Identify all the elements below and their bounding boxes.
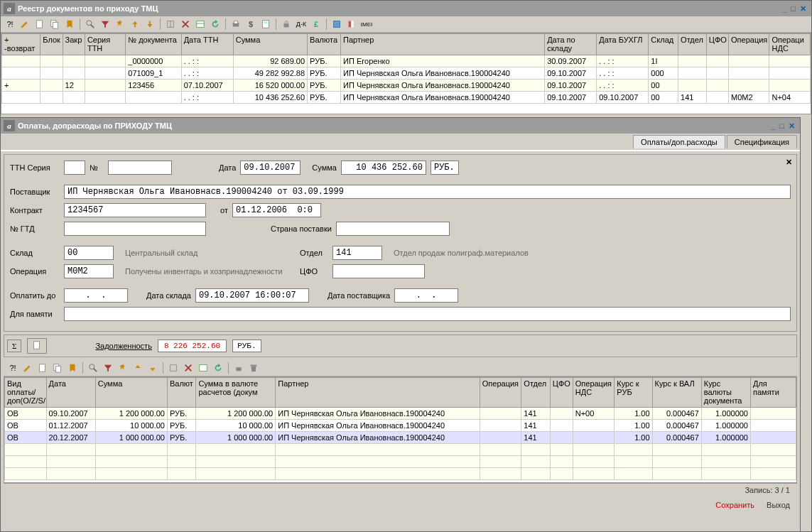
save-button[interactable]: Сохранить xyxy=(715,501,754,509)
doc-button[interactable] xyxy=(27,338,47,354)
flag-icon[interactable] xyxy=(345,18,358,31)
sort-asc-icon[interactable] xyxy=(129,18,141,31)
col-cfo[interactable]: ЦФО xyxy=(706,34,728,55)
col-op[interactable]: Операция xyxy=(729,34,769,55)
filter-icon[interactable] xyxy=(102,362,114,374)
minimize-icon[interactable]: _ xyxy=(780,4,789,13)
imei-icon[interactable]: IMEI xyxy=(360,18,373,31)
table-row[interactable]: ОВ09.10.20071 200 000.00РУБ.1 200 000.00… xyxy=(5,408,796,420)
copy-icon[interactable] xyxy=(48,18,61,31)
refresh-icon[interactable] xyxy=(212,362,224,374)
help-icon[interactable]: ?! xyxy=(6,362,19,374)
col-num[interactable]: № документа xyxy=(126,34,181,55)
table-icon[interactable] xyxy=(194,18,207,31)
pcol-cfo[interactable]: ЦФО xyxy=(550,378,573,408)
col-val[interactable]: Валюта xyxy=(308,34,341,55)
filter-icon[interactable] xyxy=(99,18,112,31)
main-grid[interactable]: + -возврат Блок Закр Серия ТТН № докумен… xyxy=(1,33,811,114)
sort-desc-icon[interactable] xyxy=(146,362,159,374)
minimize-icon[interactable]: _ xyxy=(769,121,777,130)
edit-icon[interactable] xyxy=(18,18,31,31)
pcol-op[interactable]: Операция xyxy=(480,378,521,408)
pcol-memo[interactable]: Для памяти xyxy=(751,378,796,408)
cfo-input[interactable] xyxy=(332,264,425,278)
trash-icon[interactable] xyxy=(247,362,260,374)
col-dsklad[interactable]: Дата по складу xyxy=(545,34,597,55)
lock-icon[interactable] xyxy=(280,18,293,31)
table-icon[interactable] xyxy=(197,362,210,374)
del-col-icon[interactable] xyxy=(179,18,192,31)
op-input[interactable] xyxy=(64,264,114,278)
close-panel-icon[interactable]: ✕ xyxy=(786,158,792,167)
col-sum[interactable]: Сумма xyxy=(233,34,307,55)
maximize-icon[interactable]: □ xyxy=(789,4,798,13)
pcol-partner[interactable]: Партнер xyxy=(276,378,480,408)
col-return[interactable]: + -возврат xyxy=(2,34,40,55)
sum-cur-input[interactable] xyxy=(431,161,459,175)
pcol-opnds[interactable]: Операция НДС xyxy=(573,378,615,408)
pcol-kr[interactable]: Курс к РУБ xyxy=(615,378,652,408)
book-icon[interactable] xyxy=(330,18,343,31)
key-icon[interactable]: Д-К xyxy=(295,18,308,31)
supplier-input[interactable] xyxy=(64,185,791,199)
table-row[interactable]: _0000000. . : :92 689.00РУБ.ИП Егоренко3… xyxy=(2,55,811,67)
dsklad-input[interactable] xyxy=(195,288,309,303)
ttn-seria-input[interactable] xyxy=(64,161,85,175)
col-block[interactable]: Блок xyxy=(40,34,63,55)
pcol-val[interactable]: Валют xyxy=(167,378,195,408)
col-dbuh[interactable]: Дата БУХГЛ xyxy=(597,34,649,55)
table-row[interactable]: . . : :10 436 252.60РУБ.ИП Чернявская Ол… xyxy=(2,92,811,104)
sort-desc-icon[interactable] xyxy=(144,18,156,31)
payments-grid[interactable]: Вид оплаты/доп(O/Z/S/ Дата Сумма Валют С… xyxy=(4,376,797,483)
close-icon[interactable]: ✕ xyxy=(798,4,808,13)
close-icon[interactable]: ✕ xyxy=(786,121,797,131)
dsup-input[interactable] xyxy=(394,288,458,303)
table-row[interactable]: ОВ01.12.200710 000.00РУБ.10 000.00ИП Чер… xyxy=(5,420,796,432)
col-otdel[interactable]: Отдел xyxy=(678,34,707,55)
pin-icon[interactable] xyxy=(117,362,129,374)
pcol-otdel[interactable]: Отдел xyxy=(521,378,550,408)
sklad-input[interactable] xyxy=(64,246,114,260)
date-input[interactable] xyxy=(240,161,301,175)
col-partner[interactable]: Партнер xyxy=(341,34,545,55)
table-row[interactable]: ОВ20.12.20071 000 000.00РУБ.1 000 000.00… xyxy=(5,432,796,444)
pcol-kv[interactable]: Курс к ВАЛ xyxy=(652,378,701,408)
col-zakr[interactable]: Закр xyxy=(63,34,85,55)
col-date[interactable]: Дата ТТН xyxy=(181,34,233,55)
maximize-icon[interactable]: □ xyxy=(777,121,786,130)
pcol-sumv[interactable]: Сумма в валюте расчетов (докум xyxy=(196,378,276,408)
pound-icon[interactable]: £ xyxy=(310,18,323,31)
table-row[interactable]: 071009_1. . : :49 282 992.88РУБ.ИП Черня… xyxy=(2,67,811,80)
col-seria[interactable]: Серия ТТН xyxy=(85,34,125,55)
copy-icon[interactable] xyxy=(51,362,64,374)
new-doc-icon[interactable] xyxy=(33,18,46,31)
pcol-sum[interactable]: Сумма xyxy=(95,378,167,408)
otdel-input[interactable] xyxy=(332,246,382,260)
currency-icon[interactable]: $ xyxy=(244,18,257,31)
del-icon[interactable] xyxy=(182,362,195,374)
contract-input[interactable] xyxy=(64,203,206,217)
pcol-kd[interactable]: Курс валюты документа xyxy=(701,378,750,408)
lock-icon[interactable] xyxy=(232,362,245,374)
sum-input[interactable] xyxy=(341,161,426,175)
sort-asc-icon[interactable] xyxy=(131,362,144,374)
tab-spec[interactable]: Спецификация xyxy=(727,135,797,148)
country-input[interactable] xyxy=(336,222,450,236)
table-row[interactable]: +1212345607.10.200716 520 000.00РУБ.ИП Ч… xyxy=(2,80,811,92)
new-doc-icon[interactable] xyxy=(36,362,49,374)
payto-input[interactable] xyxy=(64,288,128,303)
print-icon[interactable] xyxy=(229,18,242,31)
pcol-date[interactable]: Дата xyxy=(46,378,95,408)
bookmark-icon[interactable] xyxy=(63,18,76,31)
bookmark-icon[interactable] xyxy=(66,362,79,374)
col-opnds[interactable]: Операци НДС xyxy=(769,34,811,55)
pin-icon[interactable] xyxy=(114,18,126,31)
memo-input[interactable] xyxy=(64,307,791,321)
pcol-vid[interactable]: Вид оплаты/доп(O/Z/S/ xyxy=(5,378,47,408)
exit-button[interactable]: Выход xyxy=(767,501,790,509)
zoom-icon[interactable] xyxy=(87,362,99,374)
edit-icon[interactable] xyxy=(21,362,34,374)
refresh-icon[interactable] xyxy=(209,18,222,31)
zoom-icon[interactable] xyxy=(84,18,97,31)
gtd-input[interactable] xyxy=(64,222,206,236)
